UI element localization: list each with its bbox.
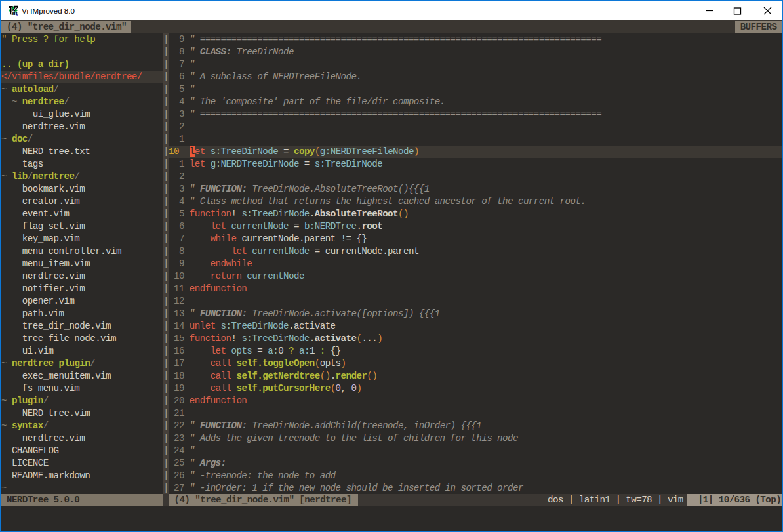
svg-text:im: im [12, 10, 18, 16]
